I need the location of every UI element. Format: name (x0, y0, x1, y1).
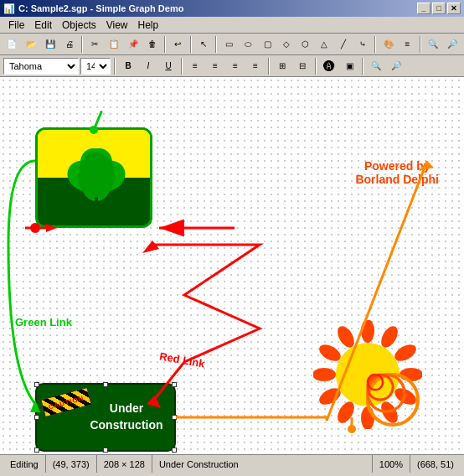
open-button[interactable]: 📂 (23, 35, 40, 54)
svg-point-16 (313, 368, 336, 381)
undo-button[interactable]: ↩ (169, 35, 187, 54)
table2-button[interactable]: ⊟ (293, 57, 312, 75)
svg-point-10 (400, 368, 422, 381)
toolbar: 📄 📂 💾 🖨 ✂ 📋 📌 🗑 ↩ ↖ ▭ ⬭ ▢ ◇ ⬡ △ ╱ ⤷ 🎨 ≡ … (0, 34, 464, 55)
bgcolor-button[interactable]: ▣ (340, 57, 358, 75)
sun-graphic (313, 320, 422, 429)
separator-more (315, 58, 317, 75)
ellipse-button[interactable]: ⬭ (240, 35, 257, 54)
status-zoom: 100% (373, 455, 410, 473)
menu-file[interactable]: File (3, 17, 29, 33)
status-coords: (668, 51) (410, 455, 461, 473)
handle-tr[interactable] (172, 382, 177, 387)
connector-button[interactable]: ⤷ (353, 35, 371, 54)
zoom-in-button[interactable]: 🔍 (425, 35, 442, 54)
underline-button[interactable]: U (159, 57, 178, 75)
handle-br[interactable] (172, 448, 177, 453)
cut-button[interactable]: ✂ (86, 35, 104, 54)
construction-text: Under Construction (79, 401, 174, 433)
diamond-button[interactable]: ◇ (278, 35, 296, 54)
status-size: 208 × 128 (97, 455, 152, 473)
zoom-in2-button[interactable]: 🔍 (367, 57, 385, 75)
new-button[interactable]: 📄 (3, 35, 21, 54)
size-select[interactable]: 14 (80, 58, 111, 75)
powered-by-label: Powered by Borland Delphi (355, 159, 439, 186)
rect-button[interactable]: ▭ (220, 35, 238, 54)
paste-button[interactable]: 📌 (124, 35, 142, 54)
status-selection: Under Construction (152, 455, 373, 473)
minimize-button[interactable]: _ (417, 3, 430, 14)
status-bar: Editing (49, 373) 208 × 128 Under Constr… (0, 454, 464, 473)
delete-button[interactable]: 🗑 (143, 35, 161, 54)
separator-5 (374, 36, 376, 53)
clover-node[interactable] (35, 127, 152, 228)
hexagon-button[interactable]: ⬡ (296, 35, 314, 54)
separator-6 (420, 36, 421, 53)
align-center-button[interactable]: ≡ (206, 57, 224, 75)
red-link-label: Red Link (158, 349, 206, 370)
close-button[interactable]: ✕ (447, 3, 461, 14)
bold-button[interactable]: B (119, 57, 137, 75)
font-select[interactable]: Tahoma (3, 58, 79, 75)
align-left-button[interactable]: ≡ (186, 57, 204, 75)
separator-align (181, 58, 183, 75)
menu-bar: File Edit Objects View Help (0, 17, 464, 34)
zoom-out2-button[interactable]: 🔎 (387, 57, 405, 75)
svg-marker-25 (142, 241, 159, 253)
line-button[interactable]: ╱ (335, 35, 353, 54)
roundrect-button[interactable]: ▢ (259, 35, 276, 54)
copy-button[interactable]: 📋 (106, 35, 123, 54)
zoom-out-button[interactable]: 🔎 (443, 35, 461, 54)
title-bar-buttons: _ □ ✕ (417, 3, 461, 14)
italic-button[interactable]: I (139, 57, 157, 75)
print-button[interactable]: 🖨 (60, 35, 78, 54)
menu-help[interactable]: Help (133, 17, 164, 33)
separator-4 (215, 36, 217, 53)
handle-bc[interactable] (103, 448, 108, 453)
separator-table (268, 58, 270, 75)
svg-point-6 (78, 153, 115, 199)
separator-zoom2 (362, 58, 363, 75)
format-button[interactable]: 🎨 (379, 35, 397, 54)
status-mode: Editing (3, 455, 46, 473)
separator-1 (81, 36, 83, 53)
window-title: C: Sample2.sgp - Simple Graph Demo (18, 3, 183, 13)
handle-mr[interactable] (172, 415, 177, 420)
maximize-button[interactable]: □ (432, 3, 446, 14)
app-icon: 📊 (3, 3, 15, 14)
svg-point-7 (361, 320, 374, 343)
handle-ml[interactable] (34, 415, 39, 420)
align-button[interactable]: ≡ (399, 35, 416, 54)
green-link-label: Green Link (15, 316, 72, 329)
align-justify-button[interactable]: ≡ (246, 57, 265, 75)
handle-tc[interactable] (103, 382, 108, 387)
title-bar-left: 📊 C: Sample2.sgp - Simple Graph Demo (3, 3, 183, 14)
separator-3 (190, 36, 192, 53)
menu-edit[interactable]: Edit (29, 17, 57, 33)
construction-node[interactable]: CAUTION Under Construction (35, 383, 176, 452)
canvas[interactable]: CAUTION Under Construction (0, 77, 464, 454)
pointer-button[interactable]: ↖ (195, 35, 213, 54)
shape-button[interactable]: △ (316, 35, 333, 54)
table-button[interactable]: ⊞ (273, 57, 291, 75)
caution-label: CAUTION (48, 394, 85, 411)
handle-tl[interactable] (34, 382, 39, 387)
separator-fmt (114, 58, 116, 75)
svg-point-13 (361, 406, 374, 429)
menu-view[interactable]: View (101, 17, 133, 33)
separator-2 (164, 36, 166, 53)
save-button[interactable]: 💾 (41, 35, 59, 54)
align-right-button[interactable]: ≡ (226, 57, 245, 75)
menu-objects[interactable]: Objects (57, 17, 101, 33)
title-bar: 📊 C: Sample2.sgp - Simple Graph Demo _ □… (0, 0, 464, 17)
handle-bl[interactable] (34, 448, 39, 453)
format-toolbar: Tahoma 14 B I U ≡ ≡ ≡ ≡ ⊞ ⊟ 🅐 ▣ 🔍 🔎 (0, 55, 464, 77)
color-button[interactable]: 🅐 (320, 57, 338, 75)
status-position: (49, 373) (46, 455, 97, 473)
